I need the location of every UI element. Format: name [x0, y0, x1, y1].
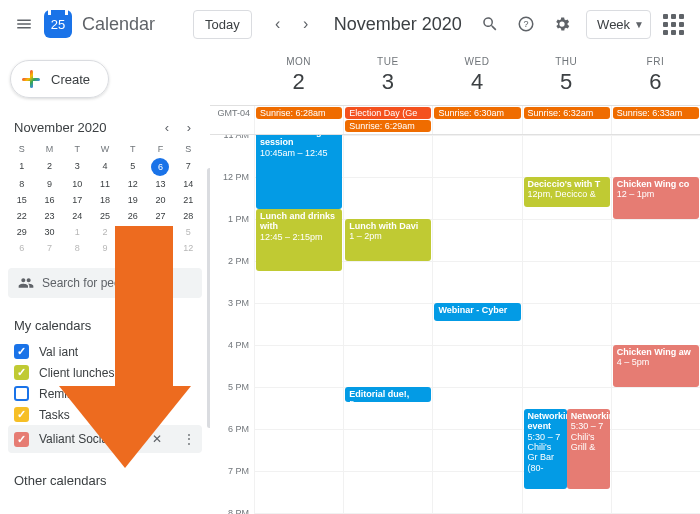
allday-event[interactable]: Sunrise: 6:28am [256, 107, 342, 119]
calendar-event[interactable]: Chicken Wing aw4 – 5pm [613, 345, 699, 387]
calendar-event[interactable]: Webinar - Cyber [434, 303, 520, 321]
allday-event[interactable]: Sunrise: 6:33am [613, 107, 699, 119]
mini-day-cell[interactable]: 4 [91, 158, 119, 176]
mini-day-cell[interactable]: 2 [91, 224, 119, 240]
mini-day-cell[interactable]: 6 [147, 158, 175, 176]
settings-button[interactable] [546, 8, 578, 40]
mini-day-cell[interactable]: 22 [8, 208, 36, 224]
calendar-item[interactable]: Reminders [8, 383, 202, 404]
calendar-event[interactable]: Deciccio's with T12pm, Decicco & [524, 177, 610, 207]
allday-event[interactable]: Election Day (Ge [345, 107, 431, 119]
view-selector[interactable]: Week ▼ [586, 10, 651, 39]
allday-cell[interactable]: Sunrise: 6:30am [432, 106, 521, 134]
prev-period-button[interactable]: ‹ [264, 10, 292, 38]
calendar-event[interactable]: Networking event5:30 – 7 Chili's Gr Bar … [524, 409, 567, 489]
calendar-item[interactable]: Valiant Social✕⋮ [8, 425, 202, 453]
mini-day-cell[interactable]: 19 [119, 192, 147, 208]
allday-event[interactable]: Sunrise: 6:30am [434, 107, 520, 119]
mini-day-cell[interactable]: 12 [119, 176, 147, 192]
search-button[interactable] [474, 8, 506, 40]
calendar-event[interactable]: Brainstorming session10:45am – 12:45 [256, 135, 342, 209]
allday-event[interactable]: Sunrise: 6:29am [345, 120, 431, 132]
day-column[interactable]: Lunch with Davi1 – 2pmEditorial due!,5 [343, 135, 432, 514]
mini-day-cell[interactable]: 3 [63, 158, 91, 176]
calendar-checkbox[interactable] [14, 365, 29, 380]
mini-day-cell[interactable]: 8 [63, 240, 91, 256]
mini-day-cell[interactable]: 10 [119, 240, 147, 256]
mini-day-cell[interactable]: 8 [8, 176, 36, 192]
my-calendars-header[interactable]: My calendars [14, 318, 202, 333]
mini-day-cell[interactable]: 16 [36, 192, 64, 208]
calendar-event[interactable]: Lunch and drinks with12:45 – 2:15pm [256, 209, 342, 271]
next-period-button[interactable]: › [292, 10, 320, 38]
allday-cell[interactable]: Sunrise: 6:33am [611, 106, 700, 134]
allday-cell[interactable]: Sunrise: 6:28am [254, 106, 343, 134]
mini-day-cell[interactable]: 11 [91, 176, 119, 192]
calendar-item[interactable]: Val iant [8, 341, 202, 362]
calendar-event[interactable]: Chicken Wing co12 – 1pm [613, 177, 699, 219]
day-header[interactable]: TUE3 [343, 48, 432, 105]
day-header[interactable]: THU5 [522, 48, 611, 105]
mini-day-cell[interactable]: 4 [147, 224, 175, 240]
mini-day-cell[interactable]: 30 [36, 224, 64, 240]
calendar-options-button[interactable]: ⋮ [178, 428, 200, 450]
day-header[interactable]: MON2 [254, 48, 343, 105]
allday-cell[interactable]: Election Day (GeSunrise: 6:29am [343, 106, 432, 134]
mini-day-cell[interactable]: 2 [36, 158, 64, 176]
mini-day-cell[interactable]: 5 [174, 224, 202, 240]
mini-day-cell[interactable]: 25 [91, 208, 119, 224]
allday-cell[interactable]: Sunrise: 6:32am [522, 106, 611, 134]
support-button[interactable]: ? [510, 8, 542, 40]
calendar-checkbox[interactable] [14, 407, 29, 422]
mini-day-cell[interactable]: 13 [147, 176, 175, 192]
mini-day-cell[interactable]: 21 [174, 192, 202, 208]
calendar-event[interactable]: Editorial due!,5 [345, 387, 431, 402]
day-header[interactable]: WED4 [432, 48, 521, 105]
mini-day-cell[interactable]: 24 [63, 208, 91, 224]
mini-day-cell[interactable]: 14 [174, 176, 202, 192]
today-button[interactable]: Today [193, 10, 252, 39]
mini-day-cell[interactable]: 17 [63, 192, 91, 208]
mini-prev-button[interactable]: ‹ [156, 116, 178, 138]
mini-day-cell[interactable]: 26 [119, 208, 147, 224]
day-column[interactable]: Chicken Wing co12 – 1pmChicken Wing aw4 … [611, 135, 700, 514]
mini-day-cell[interactable]: 29 [8, 224, 36, 240]
mini-next-button[interactable]: › [178, 116, 200, 138]
calendar-event[interactable]: Lunch with Davi1 – 2pm [345, 219, 431, 261]
mini-day-cell[interactable]: 27 [147, 208, 175, 224]
mini-day-cell[interactable]: 1 [8, 158, 36, 176]
mini-day-cell[interactable]: 7 [174, 158, 202, 176]
search-people-input[interactable]: Search for people [8, 268, 202, 298]
other-calendars-header[interactable]: Other calendars [14, 473, 202, 488]
mini-day-cell[interactable]: 9 [91, 240, 119, 256]
mini-day-cell[interactable]: 12 [174, 240, 202, 256]
mini-day-cell[interactable]: 5 [119, 158, 147, 176]
create-button[interactable]: Create [10, 60, 109, 98]
calendar-checkbox[interactable] [14, 432, 29, 447]
calendar-item[interactable]: Client lunches [8, 362, 202, 383]
mini-day-cell[interactable]: 11 [147, 240, 175, 256]
day-header[interactable]: FRI6 [611, 48, 700, 105]
mini-day-cell[interactable]: 1 [63, 224, 91, 240]
mini-day-cell[interactable]: 20 [147, 192, 175, 208]
calendar-checkbox[interactable] [14, 344, 29, 359]
mini-calendar[interactable]: SMTWTFS123456789101112131415161718192021… [8, 142, 202, 256]
mini-day-cell[interactable]: 3 [119, 224, 147, 240]
calendar-event[interactable]: Networking5:30 – 7 Chili's Grill & [567, 409, 610, 489]
allday-event[interactable]: Sunrise: 6:32am [524, 107, 610, 119]
mini-day-cell[interactable]: 23 [36, 208, 64, 224]
mini-day-cell[interactable]: 10 [63, 176, 91, 192]
calendar-item[interactable]: Tasks [8, 404, 202, 425]
mini-day-cell[interactable]: 15 [8, 192, 36, 208]
mini-day-cell[interactable]: 6 [8, 240, 36, 256]
google-apps-button[interactable] [663, 14, 684, 35]
mini-day-cell[interactable]: 18 [91, 192, 119, 208]
day-column[interactable]: Brainstorming session10:45am – 12:45Lunc… [254, 135, 343, 514]
mini-day-cell[interactable]: 9 [36, 176, 64, 192]
day-column[interactable]: Webinar - Cyber [432, 135, 521, 514]
mini-day-cell[interactable]: 28 [174, 208, 202, 224]
main-menu-button[interactable] [8, 8, 40, 40]
calendar-remove-button[interactable]: ✕ [146, 428, 168, 450]
mini-day-cell[interactable]: 7 [36, 240, 64, 256]
day-column[interactable]: Deciccio's with T12pm, Decicco &Networki… [522, 135, 611, 514]
